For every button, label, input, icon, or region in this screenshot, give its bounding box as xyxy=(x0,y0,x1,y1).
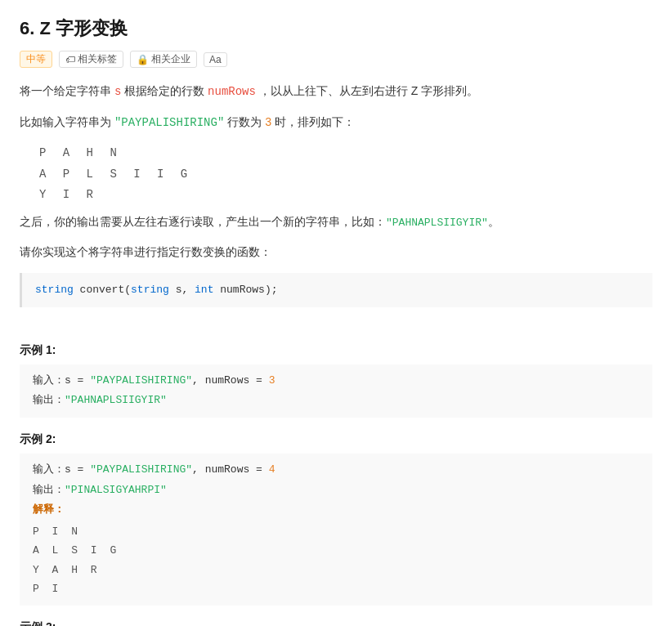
example-1-title: 示例 1: xyxy=(20,343,652,358)
difficulty-badge[interactable]: 中等 xyxy=(20,51,52,68)
desc-line2: 比如输入字符串为 "PAYPALISHIRING" 行数为 3 时，排列如下： xyxy=(20,112,652,133)
example-3-title: 示例 3: xyxy=(20,620,652,626)
related-company-label: 相关企业 xyxy=(151,52,190,66)
code-signature: string convert(string s, int numRows); xyxy=(20,273,652,307)
example-2-title: 示例 2: xyxy=(20,432,652,447)
function-desc: 请你实现这个将字符串进行指定行数变换的函数： xyxy=(20,242,652,262)
example-1-block: 输入：s = "PAYPALISHIRING", numRows = 3 输出：… xyxy=(20,364,652,418)
font-size-item[interactable]: Aa xyxy=(204,52,227,67)
z-pattern-1: P A H N A P L S I I G Y I R xyxy=(39,143,652,205)
tag-icon: 🏷 xyxy=(65,54,75,65)
desc-line1: 将一个给定字符串 s 根据给定的行数 numRows ，以从上往下、从左到右进行… xyxy=(20,81,652,102)
related-tags-label: 相关标签 xyxy=(78,52,117,66)
lock-icon: 🔒 xyxy=(137,54,149,65)
after-pattern-text: 之后，你的输出需要从左往右逐行读取，产生出一个新的字符串，比如："PAHNAPL… xyxy=(20,212,652,232)
page-title: 6. Z 字形变换 xyxy=(20,16,652,41)
related-tags-item[interactable]: 🏷 相关标签 xyxy=(59,51,123,68)
tags-row: 中等 🏷 相关标签 🔒 相关企业 Aa xyxy=(20,51,652,68)
example-2-block: 输入：s = "PAYPALISHIRING", numRows = 4 输出：… xyxy=(20,454,652,606)
related-company-item[interactable]: 🔒 相关企业 xyxy=(130,51,197,68)
